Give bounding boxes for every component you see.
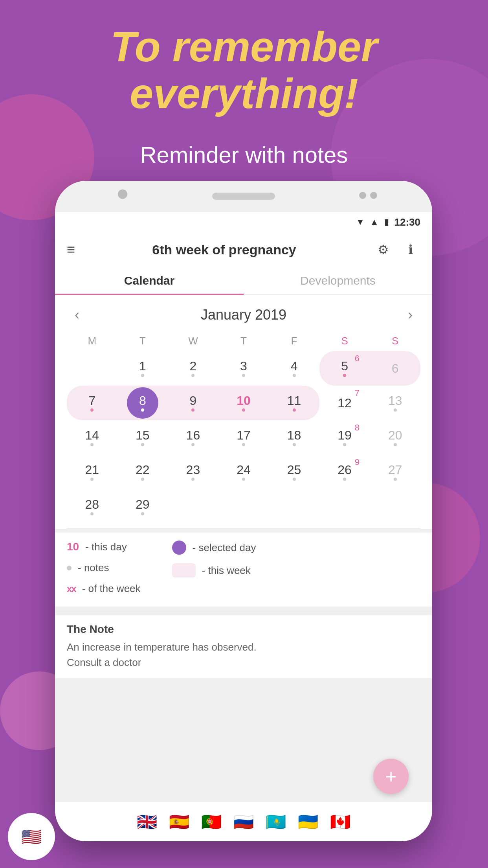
legend-this-day: 10 - this day [67, 541, 141, 553]
day-3[interactable]: 3 [218, 351, 269, 386]
prev-month-button[interactable]: ‹ [71, 303, 83, 327]
phone-top-bar [55, 181, 432, 212]
day-4[interactable]: 4 [269, 351, 319, 386]
tabs: Calendar Developments [55, 267, 432, 295]
flag-us: 🇺🇸 [21, 827, 42, 846]
month-nav: ‹ January 2019 › [67, 295, 420, 331]
day-empty-4 [269, 489, 319, 524]
info-button[interactable]: ℹ [401, 240, 420, 259]
calendar-week-1: 1 2 3 [67, 351, 420, 386]
battery-icon: ▮ [384, 217, 389, 227]
day-20[interactable]: 20 [370, 420, 420, 455]
next-month-button[interactable]: › [404, 303, 416, 327]
flag-ua[interactable]: 🇺🇦 [298, 812, 318, 831]
weekday-sat: S [319, 331, 370, 351]
day-19[interactable]: 19 8 [319, 420, 370, 455]
app-header: ≡ 6th week of pregnancy ⚙ ℹ [55, 232, 432, 267]
legend-week-box-icon [172, 563, 196, 577]
note-text: An increase in temperature has observed.… [67, 640, 420, 670]
day-empty-5 [319, 489, 370, 524]
flag-pt[interactable]: 🇵🇹 [201, 812, 222, 831]
settings-button[interactable]: ⚙ [373, 240, 393, 259]
day-13[interactable]: 13 [370, 386, 420, 420]
day-1[interactable]: 1 [117, 351, 168, 386]
day-15[interactable]: 15 [117, 420, 168, 455]
day-18[interactable]: 18 [269, 420, 319, 455]
day-empty-3 [218, 489, 269, 524]
phone-dot-2 [370, 192, 377, 199]
phone-speaker [212, 193, 275, 200]
day-23[interactable]: 23 [168, 455, 218, 489]
calendar-week-5: 28 29 [67, 489, 420, 524]
language-flags: 🇬🇧 🇪🇸 🇵🇹 🇷🇺 🇰🇿 🇺🇦 🇨🇦 [55, 802, 432, 841]
phone-shell: ▼ ▲ ▮ 12:30 ≡ 6th week of pregnancy ⚙ ℹ … [55, 181, 432, 841]
month-year-label: January 2019 [201, 307, 286, 323]
app-title: 6th week of pregnancy [83, 242, 365, 257]
calendar-divider [67, 528, 420, 529]
weekday-header-row: M T W T F S S [67, 331, 420, 351]
calendar-week-3: 14 15 16 [67, 420, 420, 455]
day-10[interactable]: 10 [218, 386, 269, 420]
notes-divider [55, 611, 432, 611]
legend-of-week: xx - of the week [67, 583, 141, 595]
phone-dot-1 [359, 192, 366, 199]
day-16[interactable]: 16 [168, 420, 218, 455]
weekday-mon: M [67, 331, 117, 351]
day-empty [67, 351, 117, 386]
day-17[interactable]: 17 [218, 420, 269, 455]
day-26[interactable]: 26 9 [319, 455, 370, 489]
calendar-week-2: 7 8 9 [67, 386, 420, 420]
legend-dot-icon [67, 566, 72, 570]
day-11[interactable]: 11 [269, 386, 319, 420]
day-27[interactable]: 27 [370, 455, 420, 489]
day-22[interactable]: 22 [117, 455, 168, 489]
note-title: The Note [67, 623, 420, 636]
flag-ca[interactable]: 🇨🇦 [330, 812, 350, 831]
hero-title: To remember everything! [0, 24, 488, 117]
legend-this-week: - this week [172, 563, 256, 577]
hero-subtitle: Reminder with notes [0, 142, 488, 168]
menu-icon[interactable]: ≡ [67, 241, 75, 258]
day-2[interactable]: 2 [168, 351, 218, 386]
wifi-icon: ▼ [356, 217, 365, 227]
flag-ru[interactable]: 🇷🇺 [233, 812, 254, 831]
us-flag-corner[interactable]: 🇺🇸 [8, 813, 55, 860]
weekday-fri: F [269, 331, 319, 351]
day-21[interactable]: 21 [67, 455, 117, 489]
day-12[interactable]: 12 7 [319, 386, 370, 420]
phone-camera [118, 189, 127, 199]
notes-section: The Note An increase in temperature has … [55, 615, 432, 678]
day-9[interactable]: 9 [168, 386, 218, 420]
signal-icon: ▲ [370, 217, 379, 227]
legend-circle-icon [172, 541, 186, 555]
weekday-sun: S [370, 331, 420, 351]
weekday-wed: W [168, 331, 218, 351]
calendar-section: ‹ January 2019 › M T W T F S S [55, 295, 432, 529]
day-7[interactable]: 7 [67, 386, 117, 420]
day-28[interactable]: 28 [67, 489, 117, 524]
day-6[interactable]: 6 [370, 351, 420, 386]
weekday-thu: T [218, 331, 269, 351]
day-8[interactable]: 8 [117, 386, 168, 420]
flag-kz[interactable]: 🇰🇿 [266, 812, 286, 831]
phone-dots [359, 192, 377, 199]
day-29[interactable]: 29 [117, 489, 168, 524]
legend-selected-day: - selected day [172, 541, 256, 555]
status-bar: ▼ ▲ ▮ 12:30 [55, 212, 432, 232]
day-24[interactable]: 24 [218, 455, 269, 489]
add-button[interactable]: + [373, 759, 409, 794]
flag-es[interactable]: 🇪🇸 [169, 812, 189, 831]
day-empty-2 [168, 489, 218, 524]
flag-gb[interactable]: 🇬🇧 [137, 812, 157, 831]
legend-notes: - notes [67, 562, 141, 574]
tab-developments[interactable]: Developments [244, 267, 432, 294]
day-5[interactable]: 5 6 [319, 351, 370, 386]
weekday-tue: T [117, 331, 168, 351]
day-25[interactable]: 25 [269, 455, 319, 489]
calendar-week-4: 21 22 23 [67, 455, 420, 489]
legend: 10 - this day - notes xx - of the week -… [55, 533, 432, 607]
day-empty-6 [370, 489, 420, 524]
day-14[interactable]: 14 [67, 420, 117, 455]
calendar-grid: M T W T F S S 1 [67, 331, 420, 524]
tab-calendar[interactable]: Calendar [55, 267, 244, 294]
